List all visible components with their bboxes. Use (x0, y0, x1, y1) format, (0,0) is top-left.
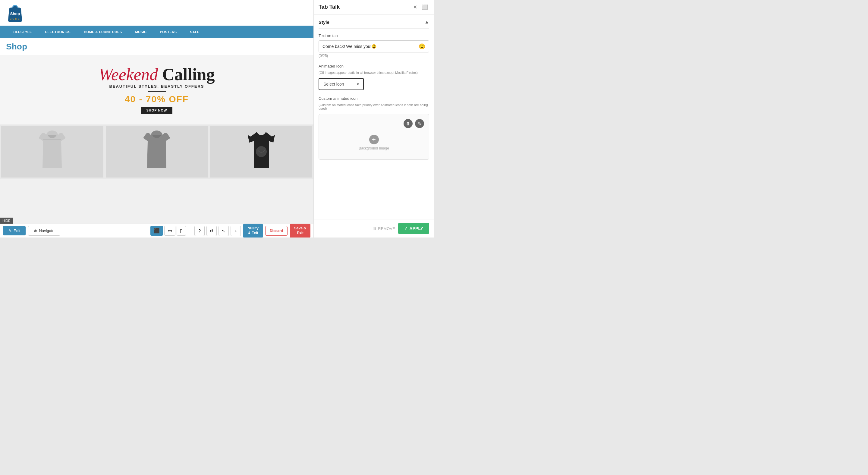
nav-bar: LIFESTYLE ELECTRONICS HOME & FURNITURES … (0, 26, 313, 38)
panel-body: Style ▲ Text on tab 🙂 (0/25) Animated Ic… (314, 14, 434, 219)
help-button[interactable]: ? (194, 226, 205, 236)
panel-close-button[interactable]: ✕ (412, 4, 418, 10)
custom-animated-note: (Custom animated icons take priority ove… (318, 103, 429, 110)
discard-button[interactable]: Discard (265, 226, 287, 236)
main-content: Shop CORE LIFESTYLE ELECTRONICS HOME & F… (0, 0, 313, 238)
hide-button[interactable]: HIDE (0, 218, 13, 224)
mobile-view-button[interactable]: ▯ (177, 226, 186, 236)
banner-subtitle: BEAUTIFUL STYLES; BEASTLY OFFERS (98, 84, 215, 89)
style-section-header: Style ▲ (318, 19, 429, 29)
image-upload-area: 🗑 ✎ + Background Image (318, 114, 429, 160)
history-button[interactable]: ↺ (207, 226, 217, 236)
site-header: Shop CORE (0, 0, 313, 26)
nav-music[interactable]: MUSIC (129, 30, 153, 34)
banner-calling-text: Calling (162, 65, 215, 84)
delete-image-button[interactable]: 🗑 (404, 119, 412, 128)
logo-icon: Shop CORE (6, 3, 24, 23)
edit-image-button[interactable]: ✎ (415, 119, 424, 128)
add-image-button[interactable]: + (369, 135, 379, 145)
check-icon: ✓ (404, 226, 408, 231)
text-on-tab-section: Text on tab 🙂 (0/25) (318, 33, 429, 58)
remove-label: REMOVE (378, 226, 395, 231)
banner-weekend-text: Weekend (98, 65, 158, 84)
navigate-label: Navigate (39, 228, 54, 233)
desktop-view-button[interactable]: ⬛ (150, 226, 163, 236)
product-card-3[interactable] (210, 126, 312, 178)
banner-discount: 40 - 70% OFF (98, 94, 215, 104)
edit-button[interactable]: ✎ Edit (3, 226, 26, 235)
style-section-title: Style (318, 20, 330, 25)
nullify-label: Nullify& Exit (247, 226, 258, 235)
panel-expand-button[interactable]: ⬜ (421, 4, 429, 10)
logo-container: Shop CORE (6, 3, 24, 23)
emoji-button[interactable]: 🙂 (418, 43, 425, 50)
banner-content: Weekend Calling BEAUTIFUL STYLES; BEASTL… (98, 66, 215, 114)
product-card-1[interactable] (1, 126, 103, 178)
right-panel: Tab Talk ✕ ⬜ Style ▲ Text on tab 🙂 (0/25… (313, 0, 434, 238)
svg-text:Shop: Shop (10, 11, 20, 16)
style-section-toggle[interactable]: ▲ (424, 19, 429, 25)
tablet-view-button[interactable]: ▭ (164, 226, 176, 236)
banner-divider (148, 91, 166, 92)
chevron-down-icon: ▾ (357, 82, 359, 87)
background-image-text: Background Image (359, 146, 389, 150)
nav-home-furnitures[interactable]: HOME & FURNITURES (77, 30, 128, 34)
save-exit-label: Save &Exit (294, 226, 306, 235)
panel-footer: 🗑 REMOVE ✓ APPLY (314, 219, 434, 238)
svg-point-2 (256, 146, 267, 157)
apply-label: APPLY (410, 226, 423, 231)
animated-icon-section: Animated Icon (Gif images appear static … (318, 64, 429, 90)
nav-sale[interactable]: SALE (184, 30, 206, 34)
animated-icon-label: Animated Icon (318, 64, 429, 68)
text-on-tab-label: Text on tab (318, 33, 429, 38)
panel-title: Tab Talk (318, 4, 340, 10)
select-icon-dropdown[interactable]: Select icon ▾ (318, 78, 364, 90)
hoodie-light-icon (37, 129, 67, 174)
page-title-area: Shop (0, 38, 313, 55)
text-on-tab-input[interactable] (322, 44, 418, 49)
custom-animated-section: Custom animated icon (Custom animated ic… (318, 96, 429, 160)
add-button[interactable]: + (230, 226, 241, 236)
select-icon-label: Select icon (323, 82, 344, 87)
tshirt-black-icon (246, 129, 276, 174)
panel-header: Tab Talk ✕ ⬜ (314, 0, 434, 14)
view-buttons: ⬛ ▭ ▯ (150, 226, 186, 236)
custom-animated-label: Custom animated icon (318, 96, 429, 101)
panel-header-icons: ✕ ⬜ (412, 4, 429, 10)
nav-posters[interactable]: POSTERS (153, 30, 184, 34)
banner-cta-button[interactable]: SHOP NOW (141, 107, 173, 114)
bottom-toolbar: ✎ Edit ⊕ Navigate ⬛ ▭ ▯ ? ↺ ↖ + Nullify&… (0, 224, 313, 238)
nav-electronics[interactable]: ELECTRONICS (38, 30, 77, 34)
banner-area: Weekend Calling BEAUTIFUL STYLES; BEASTL… (0, 55, 313, 124)
toolbar-right-buttons: ? ↺ ↖ + (194, 226, 241, 236)
navigate-button[interactable]: ⊕ Navigate (28, 226, 60, 236)
trash-icon: 🗑 (373, 226, 377, 231)
animated-icon-note: (Gif images appear static in all browser… (318, 71, 429, 74)
nav-lifestyle[interactable]: LIFESTYLE (6, 30, 38, 34)
banner-heading: Weekend Calling (98, 66, 215, 83)
text-input-wrapper: 🙂 (318, 40, 429, 53)
page-title: Shop (6, 42, 307, 52)
product-card-2[interactable] (106, 126, 208, 178)
apply-button[interactable]: ✓ APPLY (398, 223, 429, 234)
products-area (0, 124, 313, 179)
edit-label: Edit (13, 228, 20, 233)
navigate-icon: ⊕ (34, 228, 37, 233)
image-placeholder: + Background Image (324, 130, 424, 155)
hoodie-dark-icon (142, 129, 172, 174)
image-upload-actions: 🗑 ✎ (324, 119, 424, 128)
save-exit-button[interactable]: Save &Exit (290, 224, 310, 238)
char-count: (0/25) (318, 54, 429, 58)
edit-icon: ✎ (8, 228, 12, 233)
remove-button[interactable]: 🗑 REMOVE (373, 226, 395, 231)
cursor-button[interactable]: ↖ (218, 226, 229, 236)
svg-text:CORE: CORE (10, 18, 20, 20)
nullify-exit-button[interactable]: Nullify& Exit (243, 224, 263, 238)
